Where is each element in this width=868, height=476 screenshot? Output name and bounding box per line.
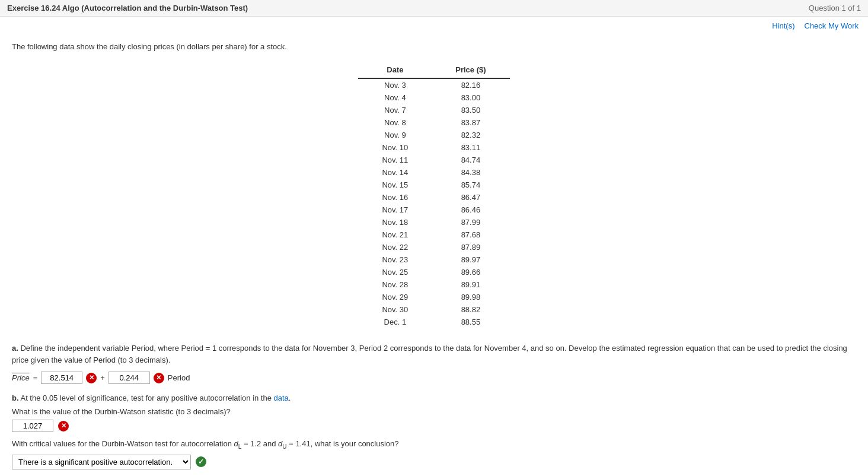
table-cell-date: Nov. 7 [358, 104, 432, 116]
table-cell-date: Nov. 25 [358, 266, 432, 278]
table-cell-price: 84.74 [432, 154, 509, 166]
question-number: Question 1 of 1 [809, 4, 861, 12]
table-cell-date: Nov. 8 [358, 116, 432, 129]
table-cell-price: 83.50 [432, 104, 509, 116]
table-row: Nov. 483.00 [358, 91, 509, 104]
table-cell-price: 89.97 [432, 253, 509, 266]
table-row: Nov. 1887.99 [358, 216, 509, 229]
table-cell-date: Nov. 3 [358, 78, 432, 91]
table-cell-price: 89.98 [432, 291, 509, 303]
table-cell-price: 88.55 [432, 316, 509, 328]
table-cell-date: Nov. 10 [358, 141, 432, 154]
table-row: Nov. 982.32 [358, 129, 509, 141]
top-bar: Exercise 16.24 Algo (Autocorrelation and… [0, 0, 868, 17]
table-row: Nov. 1786.46 [358, 204, 509, 216]
section-a: a. Define the independent variable Perio… [12, 342, 856, 366]
critical-values-text: With critical values for the Durbin-Wats… [12, 439, 856, 450]
exercise-title: Exercise 16.24 Algo (Autocorrelation and… [7, 4, 248, 12]
table-row: Nov. 382.16 [358, 78, 509, 91]
table-cell-price: 83.00 [432, 91, 509, 104]
section-a-text: Define the independent variable Period, … [12, 344, 847, 364]
intro-text: The following data show the daily closin… [12, 42, 856, 51]
main-content: The following data show the daily closin… [0, 33, 868, 476]
data-table-wrapper: Date Price ($) Nov. 382.16Nov. 483.00Nov… [12, 63, 856, 328]
section-a-label: a. [12, 344, 18, 353]
section-b-label: b. [12, 394, 19, 402]
slope-input[interactable] [108, 372, 150, 384]
table-row: Nov. 2287.89 [358, 241, 509, 253]
table-cell-date: Nov. 18 [358, 216, 432, 229]
table-cell-date: Nov. 14 [358, 166, 432, 179]
conclusion-row: There is a significant positive autocorr… [12, 455, 856, 469]
intercept-error-icon: ✕ [86, 373, 97, 383]
table-cell-date: Dec. 1 [358, 316, 432, 328]
table-cell-date: Nov. 11 [358, 154, 432, 166]
section-b-text: At the 0.05 level of significance, test … [20, 394, 291, 402]
conclusion-select[interactable]: There is a significant positive autocorr… [12, 455, 191, 469]
table-row: Nov. 783.50 [358, 104, 509, 116]
price-table: Date Price ($) Nov. 382.16Nov. 483.00Nov… [358, 63, 509, 328]
table-cell-price: 88.82 [432, 303, 509, 316]
table-cell-date: Nov. 23 [358, 253, 432, 266]
durbin-row: ✕ [12, 420, 856, 432]
table-row: Nov. 883.87 [358, 116, 509, 129]
table-cell-price: 89.66 [432, 266, 509, 278]
table-cell-date: Nov. 21 [358, 229, 432, 241]
table-cell-date: Nov. 16 [358, 191, 432, 204]
table-cell-price: 85.74 [432, 179, 509, 191]
table-cell-price: 86.46 [432, 204, 509, 216]
table-cell-price: 89.91 [432, 278, 509, 291]
table-cell-date: Nov. 9 [358, 129, 432, 141]
equation-equals: = [33, 373, 38, 382]
table-cell-price: 82.32 [432, 129, 509, 141]
col-header-date: Date [358, 63, 432, 78]
table-cell-date: Nov. 4 [358, 91, 432, 104]
table-row: Nov. 2389.97 [358, 253, 509, 266]
table-row: Nov. 2187.68 [358, 229, 509, 241]
table-row: Nov. 1484.38 [358, 166, 509, 179]
table-cell-price: 87.99 [432, 216, 509, 229]
table-row: Nov. 1184.74 [358, 154, 509, 166]
section-b: b. At the 0.05 level of significance, te… [12, 394, 856, 402]
table-row: Nov. 1083.11 [358, 141, 509, 154]
table-row: Dec. 188.55 [358, 316, 509, 328]
intercept-input[interactable] [41, 372, 82, 384]
table-row: Nov. 2989.98 [358, 291, 509, 303]
equation-row: Price = ✕ + ✕ Period [12, 372, 856, 384]
table-cell-price: 83.11 [432, 141, 509, 154]
table-cell-price: 86.47 [432, 191, 509, 204]
table-cell-price: 87.68 [432, 229, 509, 241]
equation-lhs: Price [12, 373, 30, 382]
col-header-price: Price ($) [432, 63, 509, 78]
table-cell-date: Nov. 17 [358, 204, 432, 216]
table-cell-date: Nov. 28 [358, 278, 432, 291]
table-cell-date: Nov. 30 [358, 303, 432, 316]
table-row: Nov. 3088.82 [358, 303, 509, 316]
durbin-question: What is the value of the Durbin-Watson s… [12, 407, 856, 416]
header-links: Hint(s) Check My Work [0, 17, 868, 33]
table-cell-date: Nov. 22 [358, 241, 432, 253]
table-cell-price: 87.89 [432, 241, 509, 253]
slope-error-icon: ✕ [154, 373, 164, 383]
equation-plus: + [100, 373, 105, 382]
table-row: Nov. 1686.47 [358, 191, 509, 204]
table-row: Nov. 1585.74 [358, 179, 509, 191]
table-row: Nov. 2589.66 [358, 266, 509, 278]
conclusion-success-icon: ✓ [196, 456, 206, 467]
table-cell-date: Nov. 15 [358, 179, 432, 191]
table-cell-price: 82.16 [432, 78, 509, 91]
check-my-work-link[interactable]: Check My Work [805, 21, 859, 30]
table-cell-price: 83.87 [432, 116, 509, 129]
data-link[interactable]: data [274, 394, 289, 402]
durbin-watson-input[interactable] [12, 420, 53, 432]
durbin-error-icon: ✕ [58, 421, 69, 431]
table-cell-date: Nov. 29 [358, 291, 432, 303]
equation-rhs: Period [168, 373, 190, 382]
table-cell-price: 84.38 [432, 166, 509, 179]
table-row: Nov. 2889.91 [358, 278, 509, 291]
hint-link[interactable]: Hint(s) [772, 21, 794, 30]
